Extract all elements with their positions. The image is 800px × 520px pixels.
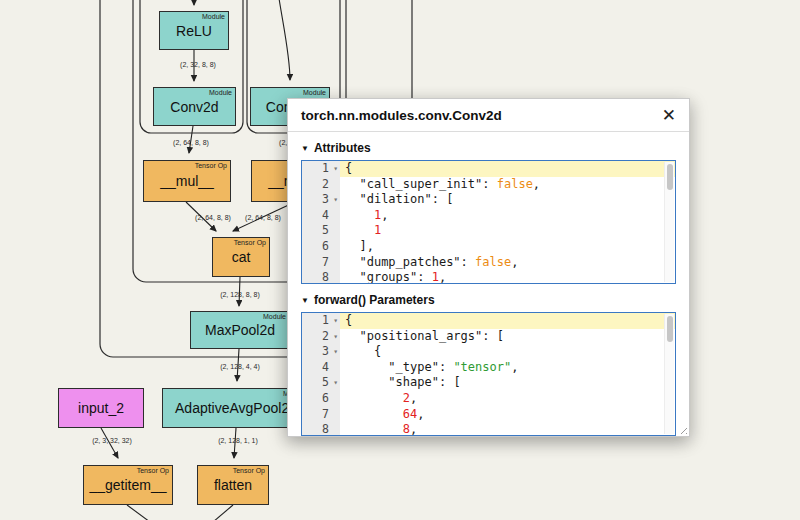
section-title: Attributes xyxy=(314,141,371,155)
editor-code: { xyxy=(340,161,675,177)
resize-handle[interactable] xyxy=(677,424,687,434)
fold-arrow-icon[interactable]: ▾ xyxy=(329,329,338,345)
editor-gutter: 8 xyxy=(302,270,340,284)
node-mul-1[interactable]: Tensor Op __mul__ xyxy=(143,160,231,202)
edge-shape-label: (2, 64, 8, 8) xyxy=(173,139,209,147)
editor-code: "dump_patches": false, xyxy=(340,255,518,271)
editor-line[interactable]: 7 64, xyxy=(302,407,675,423)
scrollbar-thumb[interactable] xyxy=(667,316,673,342)
editor-code: 8, xyxy=(340,422,417,436)
editor-gutter: 4 xyxy=(302,208,340,224)
node-type-tag: Module xyxy=(209,89,232,97)
node-label: Conv2d xyxy=(170,99,218,115)
node-label: cat xyxy=(232,249,251,265)
editor-code: "groups": 1, xyxy=(340,270,446,284)
edge-shape-label: (2, 3, 32, 32) xyxy=(92,437,132,445)
edge-flatten-down xyxy=(213,505,233,520)
fold-arrow-icon[interactable]: ▾ xyxy=(329,313,338,329)
chevron-down-icon: ▼ xyxy=(301,296,309,305)
node-label: flatten xyxy=(214,477,252,493)
close-icon[interactable]: ✕ xyxy=(662,107,676,124)
node-label: __mul__ xyxy=(160,173,214,189)
node-type-tag: Tensor Op xyxy=(137,467,169,475)
editor-line[interactable]: 1▾{ xyxy=(302,313,675,329)
edge-shape-label: (2, 128, 1, 1) xyxy=(218,437,258,445)
editor-code: { xyxy=(340,344,381,360)
node-getitem[interactable]: Tensor Op __getitem__ xyxy=(83,465,173,505)
editor-code: 64, xyxy=(340,407,424,423)
editor-line[interactable]: 4 "_type": "tensor", xyxy=(302,360,675,376)
edge-shape-label: (2, 64, 8, 8) xyxy=(245,214,281,222)
modal-title: torch.nn.modules.conv.Conv2d xyxy=(301,108,502,123)
edge-shape-label: (2, 64, 8, 8) xyxy=(195,214,231,222)
attributes-json-editor[interactable]: 1▾{2 "call_super_init": false,3▾ "dilati… xyxy=(301,160,676,284)
editor-line[interactable]: 5▾ "shape": [ xyxy=(302,375,675,391)
editor-gutter: 7 xyxy=(302,255,340,271)
node-label: __getitem__ xyxy=(89,477,166,493)
editor-scrollbar[interactable] xyxy=(664,314,674,434)
node-type-tag: Module xyxy=(303,89,326,97)
editor-gutter: 2 xyxy=(302,177,340,193)
section-forward-parameters[interactable]: ▼ forward() Parameters xyxy=(288,284,689,311)
edge-shape-label: (2, 128, 4, 4) xyxy=(220,363,260,371)
edge-into-conv2d-2 xyxy=(278,0,290,80)
node-details-modal: torch.nn.modules.conv.Conv2d ✕ ▼ Attribu… xyxy=(287,98,690,437)
editor-code: "call_super_init": false, xyxy=(340,177,540,193)
editor-line[interactable]: 6 2, xyxy=(302,391,675,407)
editor-line[interactable]: 8 8, xyxy=(302,422,675,436)
editor-gutter: 8 xyxy=(302,422,340,436)
editor-gutter: 3▾ xyxy=(302,344,340,360)
section-title: forward() Parameters xyxy=(314,293,435,307)
node-conv2d-1[interactable]: Module Conv2d xyxy=(153,87,236,126)
node-type-tag: Tensor Op xyxy=(233,467,265,475)
scrollbar-thumb[interactable] xyxy=(667,164,673,190)
editor-code: 1, xyxy=(340,208,388,224)
editor-line[interactable]: 5 1 xyxy=(302,223,675,239)
editor-gutter: 6 xyxy=(302,239,340,255)
editor-line[interactable]: 7 "dump_patches": false, xyxy=(302,255,675,271)
editor-code: 1 xyxy=(340,223,381,239)
editor-gutter: 5 xyxy=(302,223,340,239)
fold-arrow-icon[interactable]: ▾ xyxy=(329,192,338,208)
editor-gutter: 1▾ xyxy=(302,161,340,177)
editor-code: "shape": [ xyxy=(340,375,461,391)
node-maxpool2d[interactable]: Module MaxPool2d xyxy=(190,311,290,349)
editor-code: "dilation": [ xyxy=(340,192,453,208)
node-relu[interactable]: Module ReLU xyxy=(159,11,229,50)
editor-line[interactable]: 1▾{ xyxy=(302,161,675,177)
editor-gutter: 2▾ xyxy=(302,329,340,345)
node-input-2[interactable]: input_2 xyxy=(58,388,144,428)
node-cat[interactable]: Tensor Op cat xyxy=(212,237,270,277)
node-type-tag: Module xyxy=(263,313,286,321)
chevron-down-icon: ▼ xyxy=(301,144,309,153)
node-type-tag: Tensor Op xyxy=(234,239,266,247)
editor-line[interactable]: 2▾ "positional_args": [ xyxy=(302,329,675,345)
node-label: AdaptiveAvgPool2d xyxy=(175,400,297,416)
editor-line[interactable]: 2 "call_super_init": false, xyxy=(302,177,675,193)
editor-code: ], xyxy=(340,239,374,255)
editor-gutter: 4 xyxy=(302,360,340,376)
edge-getitem-down xyxy=(127,505,150,520)
editor-code: { xyxy=(340,313,675,329)
editor-gutter: 7 xyxy=(302,407,340,423)
node-flatten[interactable]: Tensor Op flatten xyxy=(197,465,269,505)
editor-scrollbar[interactable] xyxy=(664,162,674,282)
forward-params-json-editor[interactable]: 1▾{2▾ "positional_args": [3▾ {4 "_type":… xyxy=(301,312,676,436)
editor-line[interactable]: 3▾ "dilation": [ xyxy=(302,192,675,208)
node-label: MaxPool2d xyxy=(205,322,275,338)
editor-code: 2, xyxy=(340,391,417,407)
fold-arrow-icon[interactable]: ▾ xyxy=(329,161,338,177)
fold-arrow-icon[interactable]: ▾ xyxy=(329,375,338,391)
editor-line[interactable]: 4 1, xyxy=(302,208,675,224)
node-type-tag: Tensor Op xyxy=(195,162,227,170)
editor-line[interactable]: 8 "groups": 1, xyxy=(302,270,675,284)
section-attributes[interactable]: ▼ Attributes xyxy=(288,132,689,159)
node-label: input_2 xyxy=(78,400,124,416)
editor-line[interactable]: 3▾ { xyxy=(302,344,675,360)
editor-line[interactable]: 6 ], xyxy=(302,239,675,255)
edge-shape-label: (2, 128, 8, 8) xyxy=(220,291,260,299)
graph-canvas: Module ReLU Module Conv2d Module Conv2d … xyxy=(0,0,800,520)
fold-arrow-icon[interactable]: ▾ xyxy=(329,344,338,360)
node-type-tag: Module xyxy=(202,13,225,21)
editor-gutter: 1▾ xyxy=(302,313,340,329)
